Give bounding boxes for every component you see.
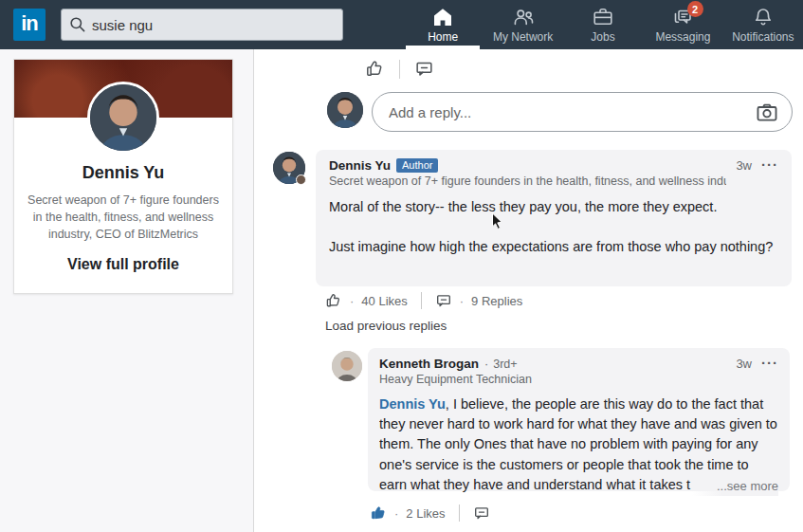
- divider: [399, 60, 400, 79]
- mouse-cursor: [491, 212, 505, 231]
- profile-name: Dennis Yu: [14, 163, 232, 183]
- reply-overflow-menu[interactable]: ···: [761, 357, 778, 369]
- comment-author-headline: Secret weapon of 7+ figure founders in t…: [329, 174, 726, 188]
- divider: [459, 504, 460, 522]
- reply-bubble: Kenneth Brogan · 3rd+ Heavy Equipment Te…: [368, 348, 790, 491]
- nav-label: Notifications: [732, 30, 794, 44]
- linkedin-logo[interactable]: in: [13, 9, 46, 41]
- reply-input-pill: [372, 92, 793, 132]
- view-full-profile-link[interactable]: View full profile: [14, 256, 232, 273]
- nav-label: Home: [428, 30, 458, 44]
- dot-separator: ·: [460, 294, 464, 308]
- reply-social-row: · 2 Likes: [370, 504, 490, 522]
- primary-nav: Home My Network Jobs 2 Messaging Notific…: [403, 0, 803, 49]
- nav-item-home[interactable]: Home: [403, 0, 483, 49]
- my-network-icon: [512, 6, 535, 28]
- search-box: [61, 9, 343, 41]
- nav-item-my-network[interactable]: My Network: [483, 0, 562, 49]
- dot-separator: ·: [350, 294, 354, 308]
- comment-icon[interactable]: [435, 292, 452, 309]
- search-input[interactable]: [61, 9, 343, 41]
- likes-count[interactable]: 40 Likes: [361, 294, 407, 308]
- reply-input[interactable]: [373, 93, 792, 131]
- notifications-icon: [752, 6, 775, 28]
- nav-label: Messaging: [655, 30, 710, 44]
- messaging-badge: 2: [687, 1, 703, 17]
- nav-label: My Network: [493, 30, 553, 44]
- comment-icon[interactable]: [414, 59, 434, 79]
- reply-timestamp: 3w: [736, 357, 752, 371]
- comment-bubble: Dennis Yu Author Secret weapon of 7+ fig…: [316, 150, 792, 286]
- profile-avatar[interactable]: [87, 82, 159, 154]
- presence-dot: [296, 174, 306, 185]
- author-badge: Author: [396, 158, 438, 173]
- mention-link[interactable]: Dennis Yu: [379, 396, 446, 412]
- connection-degree: 3rd+: [493, 358, 517, 371]
- reply-author-headline: Heavy Equipment Technician: [379, 373, 532, 386]
- comment-paragraph: Just imagine how high the expectations a…: [329, 237, 778, 257]
- divider: [421, 292, 422, 309]
- see-more-link[interactable]: ...see more: [692, 476, 778, 496]
- comment-overflow-menu[interactable]: ···: [761, 158, 778, 171]
- reply-author-name[interactable]: Kenneth Brogan: [379, 357, 479, 371]
- composer-avatar: [327, 92, 363, 128]
- reply-composer: [327, 92, 793, 132]
- likes-count[interactable]: 2 Likes: [406, 506, 445, 521]
- comment-paragraph: Moral of the story-- the less they pay y…: [329, 197, 778, 217]
- comment-social-row: · 40 Likes · 9 Replies: [325, 292, 522, 309]
- search-icon: [68, 15, 86, 33]
- nav-item-notifications[interactable]: Notifications: [723, 0, 803, 49]
- jobs-icon: [592, 6, 614, 28]
- feed-column: Dennis Yu Author Secret weapon of 7+ fig…: [254, 49, 803, 532]
- reply-body: Dennis Yu, I believe, the people are thi…: [379, 394, 778, 496]
- profile-headline: Secret weapon of 7+ figure founders in t…: [23, 192, 224, 243]
- nav-item-jobs[interactable]: Jobs: [563, 0, 643, 49]
- dot-separator: ·: [484, 358, 488, 371]
- nav-label: Jobs: [591, 30, 614, 44]
- left-sidebar: Dennis Yu Secret weapon of 7+ figure fou…: [0, 49, 254, 532]
- like-icon[interactable]: [365, 59, 385, 79]
- comment-author-name[interactable]: Dennis Yu: [329, 158, 391, 173]
- comment-body: Moral of the story-- the less they pay y…: [329, 197, 778, 257]
- load-previous-replies-link[interactable]: Load previous replies: [325, 319, 447, 333]
- top-navbar: in Home My Network Jobs 2 Messaging Noti…: [0, 0, 803, 49]
- reply-author-avatar[interactable]: [332, 351, 362, 381]
- like-icon[interactable]: [325, 292, 342, 309]
- home-icon: [431, 6, 454, 28]
- camera-icon[interactable]: [755, 101, 779, 125]
- like-icon-filled[interactable]: [370, 504, 387, 522]
- profile-card: Dennis Yu Secret weapon of 7+ figure fou…: [13, 59, 233, 294]
- comment-icon[interactable]: [473, 504, 490, 522]
- dot-separator: ·: [394, 506, 398, 521]
- comment-timestamp: 3w: [736, 158, 752, 173]
- post-actions: [365, 59, 434, 79]
- replies-count[interactable]: 9 Replies: [471, 294, 522, 308]
- nav-item-messaging[interactable]: 2 Messaging: [643, 0, 722, 49]
